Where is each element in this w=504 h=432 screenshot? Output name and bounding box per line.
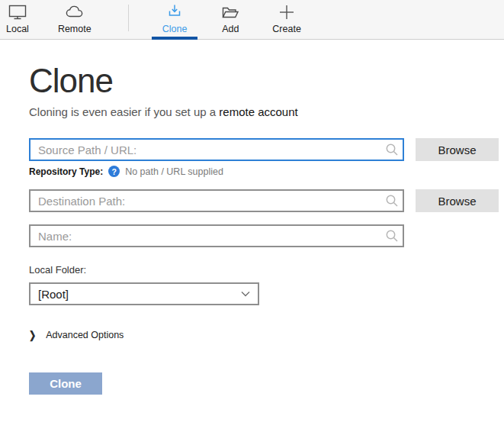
destination-row: Browse [29, 189, 504, 212]
repository-type-status: No path / URL supplied [125, 166, 223, 177]
folder-open-icon [220, 3, 240, 21]
name-row [29, 224, 504, 247]
repository-type-label: Repository Type: [29, 166, 103, 177]
advanced-options-toggle[interactable]: ❯ Advanced Options [29, 330, 504, 340]
repository-type-line: Repository Type: ? No path / URL supplie… [29, 166, 504, 177]
page-title: Clone [29, 64, 504, 98]
toolbar-tab-create[interactable]: Create [266, 0, 307, 39]
toolbar: Local Remote Clone Add [0, 0, 504, 40]
advanced-options-label: Advanced Options [46, 330, 124, 340]
source-row: Browse [29, 138, 504, 161]
subtitle-text: Cloning is even easier if you set up a [29, 105, 219, 118]
source-input-wrap [29, 138, 404, 161]
local-folder-select[interactable]: [Root] [29, 282, 259, 305]
help-icon[interactable]: ? [108, 166, 120, 177]
download-icon [165, 3, 184, 21]
clone-panel: Clone Cloning is even easier if you set … [0, 64, 504, 395]
toolbar-tab-add[interactable]: Add [214, 0, 246, 39]
browse-source-button[interactable]: Browse [416, 138, 499, 161]
monitor-icon [8, 3, 27, 21]
plus-icon [278, 3, 296, 21]
toolbar-tab-label: Local [6, 24, 29, 34]
chevron-down-icon [239, 288, 252, 300]
remote-account-link[interactable]: remote account [219, 105, 297, 118]
local-folder-value: [Root] [38, 288, 239, 301]
name-input[interactable] [29, 224, 404, 247]
name-input-wrap [29, 224, 404, 247]
toolbar-tab-label: Add [222, 24, 239, 34]
toolbar-tab-remote[interactable]: Remote [52, 0, 98, 39]
clone-button[interactable]: Clone [29, 372, 102, 395]
local-folder-label: Local Folder: [29, 264, 504, 276]
toolbar-tab-local[interactable]: Local [0, 0, 35, 39]
toolbar-tab-clone[interactable]: Clone [156, 0, 194, 39]
destination-input-wrap [29, 189, 404, 212]
destination-path-input[interactable] [29, 189, 404, 212]
subtitle: Cloning is even easier if you set up a r… [29, 105, 504, 118]
chevron-right-icon: ❯ [29, 329, 36, 341]
toolbar-tab-label: Remote [58, 24, 91, 34]
cloud-icon [64, 3, 85, 21]
toolbar-tab-label: Create [272, 24, 301, 34]
toolbar-tab-label: Clone [162, 24, 188, 34]
toolbar-separator [128, 5, 129, 31]
source-path-input[interactable] [29, 138, 404, 161]
browse-destination-button[interactable]: Browse [416, 189, 499, 212]
